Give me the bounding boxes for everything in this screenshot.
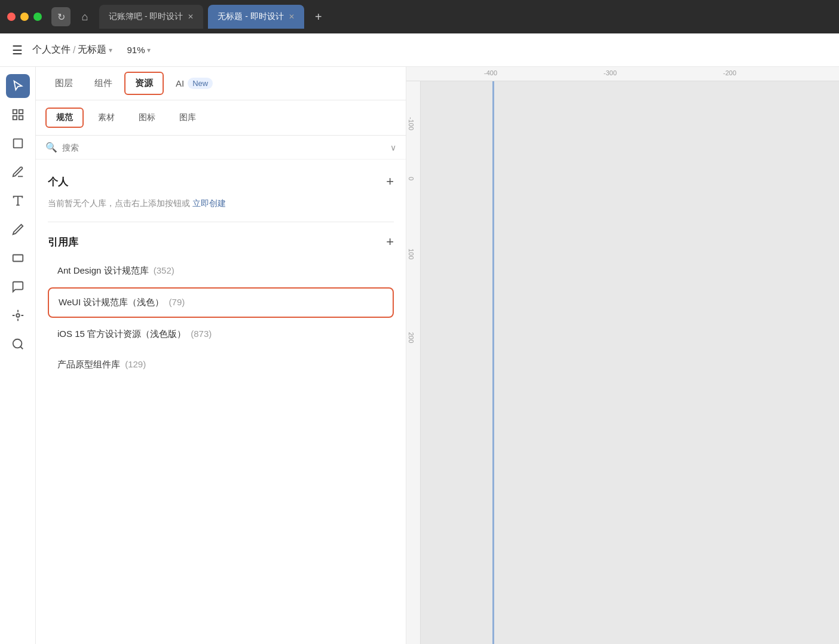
- ruler-mark-400: -400: [484, 69, 497, 76]
- sub-tab-icons[interactable]: 图标: [129, 109, 165, 127]
- maximize-traffic-light[interactable]: [33, 13, 42, 21]
- chevron-down-icon: ▾: [109, 46, 112, 54]
- breadcrumb-parent: 个人文件: [32, 44, 71, 56]
- tab-components[interactable]: 组件: [85, 73, 122, 94]
- comment-tool[interactable]: [6, 275, 30, 299]
- canvas-content: [421, 81, 839, 644]
- new-badge: New: [188, 78, 213, 89]
- ruler-mark-200: -200: [723, 69, 736, 76]
- ruler-mark-v-100: 100: [408, 249, 415, 259]
- library-count: (79): [169, 297, 185, 307]
- tab-label: 无标题 - 即时设计: [218, 11, 283, 22]
- svg-point-6: [16, 314, 20, 317]
- search-tool[interactable]: [6, 332, 30, 356]
- tab-close-icon[interactable]: ✕: [188, 13, 194, 21]
- personal-section-header: 个人 +: [48, 174, 394, 189]
- vertical-ruler: -100 0 100 200: [406, 81, 421, 644]
- section-divider: [48, 222, 394, 222]
- zoom-level: 91%: [127, 45, 145, 55]
- search-bar: 🔍 ∨: [36, 136, 406, 160]
- breadcrumb-current[interactable]: 无标题 ▾: [78, 44, 112, 56]
- tab-layers[interactable]: 图层: [45, 73, 82, 94]
- left-toolbar: [0, 67, 36, 644]
- canvas-guide-line: [492, 81, 494, 644]
- main-layout: 图层 组件 资源 AI New 规范 素材 图标: [0, 67, 839, 644]
- tab-wubiaoti[interactable]: 无标题 - 即时设计 ✕: [208, 5, 304, 29]
- traffic-lights: [7, 13, 42, 21]
- library-count: (352): [154, 265, 174, 275]
- svg-rect-1: [19, 110, 22, 114]
- frame-tool[interactable]: [6, 131, 30, 155]
- sub-tab-library[interactable]: 图库: [170, 109, 206, 127]
- side-panel: 图层 组件 资源 AI New 规范 素材 图标: [36, 67, 406, 644]
- canvas-area[interactable]: -400 -300 -200 -100 0 100 200: [406, 67, 839, 644]
- sub-tab-materials[interactable]: 素材: [88, 109, 124, 127]
- home-button[interactable]: ⌂: [75, 7, 94, 26]
- titlebar: ↻ ⌂ 记账簿吧 - 即时设计 ✕ 无标题 - 即时设计 ✕ +: [0, 0, 839, 33]
- pencil-tool[interactable]: [6, 217, 30, 241]
- select-tool[interactable]: [6, 74, 30, 98]
- close-traffic-light[interactable]: [7, 13, 16, 21]
- tab-ai[interactable]: AI New: [166, 73, 222, 94]
- reference-section-header: 引用库 +: [48, 234, 394, 250]
- svg-rect-2: [13, 116, 16, 119]
- add-personal-library-button[interactable]: +: [386, 174, 394, 189]
- reload-icon: ↻: [57, 11, 65, 23]
- personal-empty-text: 当前暂无个人库，点击右上添加按钮或 立即创建: [48, 197, 394, 210]
- menubar: ☰ 个人文件 / 无标题 ▾ 91% ▾: [0, 33, 839, 67]
- sub-tabs: 规范 素材 图标 图库: [36, 100, 406, 136]
- library-count: (129): [125, 359, 146, 369]
- svg-rect-3: [19, 116, 22, 119]
- sub-tab-specs[interactable]: 规范: [45, 108, 84, 128]
- library-item-weui[interactable]: WeUI 设计规范库（浅色） (79): [48, 287, 394, 318]
- search-input[interactable]: [62, 143, 385, 152]
- library-item-prototype[interactable]: 产品原型组件库 (129): [48, 351, 394, 379]
- zoom-control[interactable]: 91% ▾: [122, 42, 155, 57]
- breadcrumb: 个人文件 / 无标题 ▾: [32, 44, 112, 56]
- reference-section-title: 引用库: [48, 235, 78, 249]
- hamburger-menu-icon[interactable]: ☰: [12, 43, 23, 57]
- library-item-ios15[interactable]: iOS 15 官方设计资源（浅色版） (873): [48, 320, 394, 348]
- minimize-traffic-light[interactable]: [20, 13, 29, 21]
- create-library-link[interactable]: 立即创建: [192, 198, 226, 208]
- add-reference-library-button[interactable]: +: [386, 234, 394, 250]
- search-icon: 🔍: [45, 142, 57, 153]
- ruler-mark-v-100: -100: [408, 117, 415, 130]
- tab-jizhangshu[interactable]: 记账簿吧 - 即时设计 ✕: [99, 5, 203, 29]
- new-tab-button[interactable]: +: [309, 7, 328, 26]
- rectangle-tool[interactable]: [6, 246, 30, 270]
- ruler-mark-v-200: 200: [408, 332, 415, 343]
- tab-label: 记账簿吧 - 即时设计: [109, 11, 183, 22]
- ruler-mark-v-0: 0: [408, 177, 415, 180]
- pen-tool[interactable]: [6, 160, 30, 184]
- svg-rect-0: [13, 110, 16, 114]
- breadcrumb-separator: /: [73, 45, 75, 56]
- tab-close-icon[interactable]: ✕: [289, 13, 295, 21]
- home-icon: ⌂: [82, 11, 88, 23]
- search-dropdown-icon[interactable]: ∨: [390, 143, 396, 152]
- panel-tabs: 图层 组件 资源 AI New: [36, 67, 406, 100]
- library-count: (873): [191, 329, 212, 339]
- new-tab-icon: +: [315, 10, 322, 24]
- component-tool[interactable]: [6, 303, 30, 327]
- svg-point-7: [13, 339, 22, 348]
- ruler-mark-300: -300: [604, 69, 617, 76]
- svg-rect-5: [13, 255, 23, 262]
- reload-button[interactable]: ↻: [51, 7, 71, 26]
- tab-assets[interactable]: 资源: [124, 72, 164, 95]
- panel-content: 个人 + 当前暂无个人库，点击右上添加按钮或 立即创建 引用库 + Ant De…: [36, 160, 406, 644]
- personal-section-title: 个人: [48, 175, 68, 189]
- library-item-antdesign[interactable]: Ant Design 设计规范库 (352): [48, 257, 394, 285]
- grid-tool[interactable]: [6, 103, 30, 127]
- text-tool[interactable]: [6, 189, 30, 213]
- svg-rect-4: [13, 139, 22, 148]
- zoom-dropdown-icon: ▾: [147, 46, 151, 54]
- horizontal-ruler: -400 -300 -200: [406, 67, 839, 81]
